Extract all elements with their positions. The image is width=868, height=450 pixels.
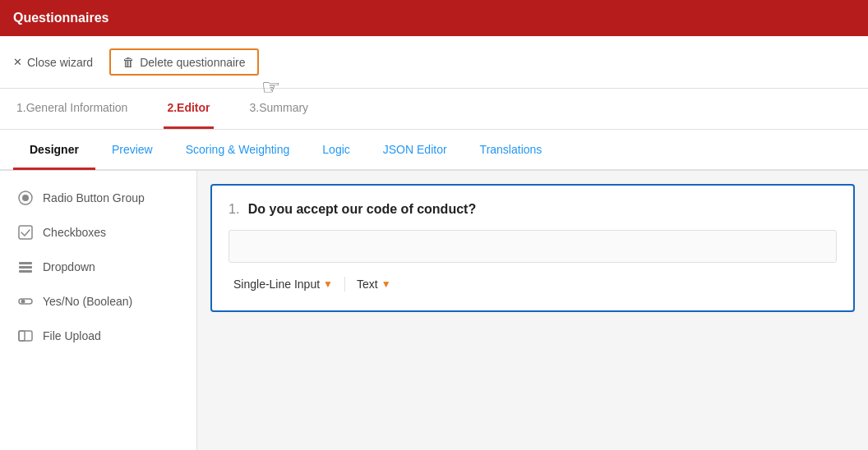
separator — [344, 277, 345, 292]
text-type-chevron-icon: ▼ — [381, 278, 391, 290]
tab-scoring-weighting[interactable]: Scoring & Weighting — [169, 131, 307, 170]
sidebar-item-label: Dropdown — [43, 260, 95, 273]
app-header: Questionnaires — [0, 0, 868, 36]
trash-icon: 🗑 — [122, 55, 135, 69]
step-summary[interactable]: 3.Summary — [247, 89, 312, 129]
text-type-selector[interactable]: Text ▼ — [352, 274, 396, 294]
delete-questionnaire-label: Delete questionnaire — [140, 56, 245, 69]
sidebar-item-label: Yes/No (Boolean) — [43, 295, 132, 308]
tab-translations[interactable]: Translations — [464, 131, 559, 170]
input-type-chevron-icon: ▼ — [323, 278, 333, 290]
step-editor[interactable]: 2.Editor — [164, 89, 213, 129]
close-icon: ✕ — [13, 56, 22, 68]
sidebar-item-yes-no[interactable]: Yes/No (Boolean) — [0, 284, 196, 319]
step-general-information[interactable]: 1.General Information — [13, 89, 131, 129]
delete-questionnaire-button[interactable]: 🗑 Delete questionnaire ☞ — [109, 48, 258, 76]
yes-no-icon — [16, 292, 35, 310]
input-type-selector[interactable]: Single-Line Input ▼ — [229, 274, 338, 294]
toolbar: ✕ Close wizard 🗑 Delete questionnaire ☞ — [0, 36, 868, 89]
svg-rect-3 — [19, 262, 32, 264]
checkboxes-icon — [16, 223, 35, 241]
tab-json-editor[interactable]: JSON Editor — [367, 131, 464, 170]
component-sidebar: Radio Button Group Checkboxes Dropdown — [0, 171, 197, 450]
question-title: 1. Do you accept our code of conduct? — [229, 202, 837, 217]
svg-rect-9 — [19, 331, 25, 341]
steps-navigation: 1.General Information 2.Editor 3.Summary — [0, 89, 868, 130]
question-area: 1. Do you accept our code of conduct? Si… — [197, 171, 868, 450]
radio-button-group-icon — [16, 189, 35, 207]
app-title: Questionnaires — [13, 11, 108, 25]
tab-navigation: Designer Preview Scoring & Weighting Log… — [0, 130, 868, 171]
main-content: Radio Button Group Checkboxes Dropdown — [0, 171, 868, 450]
tab-logic[interactable]: Logic — [306, 131, 366, 170]
sidebar-item-label: Checkboxes — [43, 226, 106, 239]
file-upload-icon — [16, 327, 35, 345]
svg-rect-8 — [19, 331, 32, 341]
svg-rect-5 — [19, 270, 32, 273]
sidebar-item-label: Radio Button Group — [43, 191, 145, 204]
tab-preview[interactable]: Preview — [95, 131, 169, 170]
text-type-label: Text — [357, 278, 378, 291]
sidebar-item-checkboxes[interactable]: Checkboxes — [0, 215, 196, 250]
close-wizard-button[interactable]: ✕ Close wizard — [13, 56, 93, 69]
svg-rect-4 — [19, 266, 32, 269]
input-type-label: Single-Line Input — [233, 278, 320, 291]
sidebar-item-file-upload[interactable]: File Upload — [0, 319, 196, 353]
sidebar-item-dropdown[interactable]: Dropdown — [0, 250, 196, 284]
question-text: Do you accept our code of conduct? — [248, 202, 476, 216]
svg-rect-6 — [19, 299, 32, 304]
dropdown-icon — [16, 258, 35, 276]
sidebar-item-radio-button-group[interactable]: Radio Button Group — [0, 181, 196, 215]
svg-point-7 — [21, 300, 25, 304]
sidebar-item-label: File Upload — [43, 329, 101, 342]
question-number: 1. — [229, 202, 239, 216]
input-controls: Single-Line Input ▼ Text ▼ — [229, 274, 837, 294]
tab-designer[interactable]: Designer — [13, 131, 95, 170]
question-card: 1. Do you accept our code of conduct? Si… — [210, 184, 855, 312]
answer-input[interactable] — [229, 230, 837, 263]
svg-point-1 — [22, 195, 29, 201]
close-wizard-label: Close wizard — [27, 56, 93, 69]
